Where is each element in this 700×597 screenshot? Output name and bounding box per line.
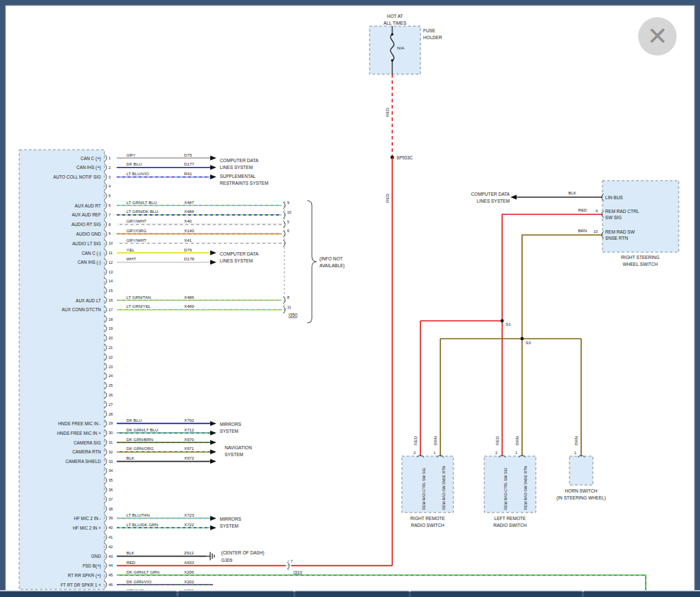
pin-number: 25 [109, 383, 113, 387]
pin-label: AUX AUD REF [71, 212, 101, 217]
table-header-cell-border [179, 590, 293, 592]
circuit-code: D177 [184, 161, 194, 166]
wire-color-label: RED [413, 436, 418, 445]
fuse-holder-label: FUSE [423, 28, 436, 33]
wire-color-label: BRN [574, 436, 578, 445]
wire-color-label: RED [385, 193, 389, 203]
wire-color-label: RED [385, 107, 389, 117]
wire-color-label: BRN [578, 228, 587, 233]
wire-color-label: BRN [515, 436, 519, 445]
wire-color-label: RED [578, 207, 587, 212]
destination-label: MIRRORS [220, 517, 242, 521]
ground-label: (CENTER OF DASH) [221, 550, 264, 556]
pin-number: 2 [495, 451, 497, 455]
far-pin-number: 8 [287, 295, 289, 300]
table-header-cell-border [584, 590, 700, 592]
component-caption: LEFT REMOTE [494, 516, 526, 521]
far-pin-number: 11 [287, 305, 291, 309]
app-window: (INFO NOTAVAILABLE)I350I310HOT ATALL TIM… [0, 0, 700, 597]
hot-at-label: ALL TIMES [383, 21, 407, 25]
destination-label: SYSTEM [220, 523, 238, 528]
inline-connector-i310: I310 [293, 570, 302, 575]
splice-s3-dot [521, 337, 524, 341]
pin-number: 20 [109, 336, 113, 340]
pin-number: 1 [109, 156, 111, 160]
pin-number: 7 [109, 213, 111, 217]
pin-number: 13 [109, 270, 113, 274]
wire-color-label: LT BLU/TAN [126, 512, 150, 517]
pin-label: AUDIO GND [76, 232, 102, 236]
pin-number: 21 [109, 346, 113, 350]
wire-color-label: LT GRN/DK BLU [126, 209, 158, 214]
pin-number: 1 [433, 451, 436, 455]
far-pin-number: 5 [287, 220, 289, 224]
far-pin-number: 9 [287, 201, 289, 205]
wire-color-label: DK BLU [126, 161, 142, 166]
pin-number: 26 [109, 393, 113, 397]
close-button[interactable]: ✕ [638, 17, 677, 56]
switch-pin-label: REM RAD CTRL SW SIG [504, 468, 508, 510]
pin-label: HNDS FREE MIC IN + [57, 431, 101, 436]
wire-color-label: GRY/ORG [126, 228, 146, 233]
pin-number: 36 [109, 488, 113, 492]
circuit-code: D76 [184, 247, 192, 252]
component-caption: RIGHT REMOTE [410, 516, 445, 521]
horn-switch-box [569, 456, 593, 485]
info-note: (INFO NOT [319, 256, 343, 262]
table-header-cell-border [411, 590, 582, 592]
pin-number: 45 [109, 573, 113, 577]
destination-label: LINES SYSTEM [477, 199, 510, 203]
circuit-code: X792 [184, 418, 194, 423]
circuit-code: X206 [184, 570, 194, 574]
destination-label: MIRRORS [220, 422, 242, 427]
switch-pin-label: REM RAD CTRL [605, 209, 640, 214]
wire-color-label: LT BLU/DK GRN [126, 522, 158, 527]
destination-label: RESTRAINTS SYSTEM [220, 181, 269, 185]
pin-number: 31 [109, 440, 113, 444]
component-caption: RIGHT STEERING [621, 255, 659, 260]
circuit-code: X487 [184, 200, 194, 205]
circuit-code: X488 [184, 209, 194, 214]
pin-label: AUDIO LT SIG [72, 241, 101, 246]
pin-label: CAN IHS (+) [76, 165, 101, 170]
ground-label: G309 [221, 558, 232, 563]
wire-color-label: LT BLU/VIO [126, 171, 149, 176]
pin-label: AUTO COLL NOTIF SIG [53, 174, 101, 179]
pin-number: 3 [109, 175, 111, 179]
pin-number: 4 [109, 184, 111, 188]
fuse-value: N/A [397, 45, 405, 50]
pin-number: 2 [109, 166, 111, 170]
destination-label: SUPPLEMENTAL [220, 174, 256, 179]
pin-number: 1 [515, 451, 517, 455]
splice-s1-dot [501, 319, 504, 323]
component-caption: WHEEL SWITCH [622, 262, 657, 267]
fuse-holder-label: HOLDER [423, 35, 442, 40]
circuit-code: D178 [184, 256, 194, 261]
pin-label: AUX CONN DTCTN [62, 307, 102, 312]
switch-pin-label: REM RAD SW [605, 229, 635, 234]
wire-color-label: DK GRN/LT BLU [126, 427, 158, 432]
circuit-code: R41 [184, 171, 192, 176]
switch-pin-label: REM RAD CTRL SW SIG [422, 468, 426, 510]
circuit-code: X723 [184, 512, 194, 517]
pin-number: 38 [109, 507, 113, 511]
pin-number: 41 [109, 535, 113, 539]
wire-color-label: BLK [126, 455, 135, 460]
pin-label: CAN C (-) [82, 251, 101, 256]
far-pin-number: 6 [287, 229, 289, 233]
pin-number: 27 [109, 403, 113, 407]
pin-number: 39 [109, 516, 113, 520]
pin-label: HF MIC 2 IN + [73, 526, 101, 530]
circuit-code: X972 [184, 455, 194, 460]
pin-label: GND [91, 554, 102, 559]
component-caption: (IN STEERING WHEEL) [556, 495, 606, 501]
table-header-cell-border [295, 590, 409, 592]
splice-sp933c: SP933C [396, 155, 413, 160]
pin-number: 30 [109, 431, 113, 435]
circuit-code: X140 [184, 228, 194, 233]
destination-label: SYSTEM [225, 452, 243, 457]
switch-pin-label: REM RAD SW SNSE RTN [442, 466, 446, 510]
pin-number: 10 [594, 229, 598, 234]
pin-number: 4 [596, 209, 598, 213]
wire-color-label: BLK [126, 550, 135, 555]
